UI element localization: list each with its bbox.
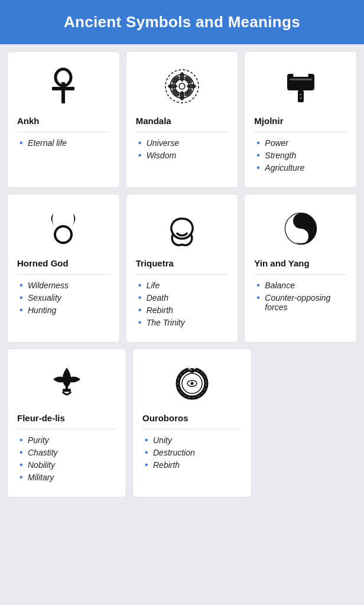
- card-ouroboros: Ouroboros Unity Destruction Rebirth: [132, 349, 252, 497]
- triquetra-icon: [161, 208, 203, 249]
- mandala-icon: [161, 66, 203, 107]
- horned-god-meaning-1: Sexuality: [17, 293, 110, 302]
- ankh-name: Ankh: [17, 116, 110, 126]
- fleur-de-lis-name: Fleur-de-lis: [17, 413, 116, 423]
- yin-yang-icon-container: [254, 205, 347, 252]
- triquetra-meaning-0: Life: [136, 281, 229, 290]
- svg-point-35: [190, 369, 191, 370]
- triquetra-meanings: Life Death Rebirth The Trinity: [136, 281, 229, 327]
- card-triquetra: Triquetra Life Death Rebirth The Trinity: [126, 194, 239, 343]
- svg-point-22: [55, 226, 72, 243]
- ouroboros-name: Ouroboros: [142, 413, 242, 423]
- horned-god-meaning-2: Hunting: [17, 305, 110, 315]
- svg-rect-17: [298, 90, 304, 102]
- svg-rect-28: [66, 386, 68, 391]
- triquetra-icon-container: [136, 205, 229, 252]
- svg-point-7: [180, 72, 184, 82]
- mjolnir-meanings: Power Strength Agriculture: [254, 138, 347, 173]
- symbol-grid: Ankh Eternal life: [0, 44, 364, 505]
- triquetra-meaning-3: The Trinity: [136, 318, 229, 327]
- triquetra-meaning-2: Rebirth: [136, 305, 229, 315]
- grid-row-1: Ankh Eternal life: [7, 51, 357, 188]
- mandala-meaning-1: Wisdom: [136, 151, 229, 160]
- horned-god-icon-container: [17, 205, 110, 252]
- fleur-de-lis-icon-container: [17, 360, 116, 407]
- card-yin-yang: Yin and Yang Balance Counter-opposing fo…: [244, 194, 357, 343]
- yin-yang-icon: [280, 208, 321, 249]
- svg-rect-21: [300, 97, 302, 99]
- card-mjolnir: Mjolnir Power Strength Agriculture: [244, 51, 357, 188]
- card-mandala: Mandala Universe Wisdom: [126, 51, 239, 188]
- horned-god-meanings: Wilderness Sexuality Hunting: [17, 281, 110, 315]
- yin-yang-name: Yin and Yang: [254, 258, 347, 268]
- svg-rect-18: [293, 74, 308, 77]
- svg-point-4: [179, 83, 185, 89]
- svg-point-25: [298, 219, 303, 223]
- ankh-icon-container: [17, 63, 110, 110]
- svg-rect-19: [290, 79, 312, 80]
- card-ankh: Ankh Eternal life: [7, 51, 120, 188]
- mandala-meanings: Universe Wisdom: [136, 138, 229, 160]
- mjolnir-meaning-1: Strength: [254, 151, 347, 160]
- mjolnir-meaning-0: Power: [254, 138, 347, 148]
- fleur-de-lis-meaning-1: Chastity: [17, 448, 116, 457]
- ouroboros-icon-container: [142, 360, 242, 407]
- mjolnir-name: Mjolnir: [254, 116, 347, 126]
- mandala-meaning-0: Universe: [136, 138, 229, 148]
- mandala-icon-container: [136, 63, 229, 110]
- mandala-name: Mandala: [136, 116, 229, 126]
- svg-rect-20: [300, 94, 302, 95]
- fleur-de-lis-meaning-2: Nobility: [17, 460, 116, 470]
- fleur-de-lis-icon: [46, 363, 87, 404]
- ouroboros-meaning-0: Unity: [142, 435, 242, 445]
- ankh-meaning-0: Eternal life: [17, 138, 110, 148]
- triquetra-meaning-1: Death: [136, 293, 229, 302]
- page-title: Ancient Symbols and Meanings: [9, 13, 355, 31]
- card-horned-god: Horned God Wilderness Sexuality Hunting: [7, 194, 120, 343]
- svg-point-9: [168, 84, 177, 89]
- horned-god-name: Horned God: [17, 258, 110, 268]
- ouroboros-meaning-2: Rebirth: [142, 460, 242, 470]
- svg-point-34: [189, 368, 195, 373]
- svg-point-10: [187, 84, 196, 89]
- svg-rect-1: [52, 87, 74, 90]
- ouroboros-meaning-1: Destruction: [142, 448, 242, 457]
- horned-god-icon: [43, 208, 84, 249]
- ankh-meanings: Eternal life: [17, 138, 110, 148]
- ouroboros-icon: [171, 363, 213, 404]
- yin-yang-meanings: Balance Counter-opposing forces: [254, 281, 347, 312]
- svg-point-26: [298, 234, 303, 239]
- card-fleur-de-lis: Fleur-de-lis Purity Chastity Nobility Mi…: [7, 349, 126, 497]
- fleur-de-lis-meaning-0: Purity: [17, 435, 116, 445]
- svg-point-3: [60, 73, 67, 82]
- mjolnir-icon-container: [254, 63, 347, 110]
- app-container: Ancient Symbols and Meanings: [0, 0, 364, 505]
- mjolnir-icon: [280, 66, 321, 107]
- grid-row-3: Fleur-de-lis Purity Chastity Nobility Mi…: [7, 349, 357, 497]
- horned-god-meaning-0: Wilderness: [17, 281, 110, 290]
- triquetra-name: Triquetra: [136, 258, 229, 268]
- fleur-de-lis-meanings: Purity Chastity Nobility Military: [17, 435, 116, 482]
- mjolnir-meaning-2: Agriculture: [254, 163, 347, 173]
- ouroboros-meanings: Unity Destruction Rebirth: [142, 435, 242, 470]
- yin-yang-meaning-1: Counter-opposing forces: [254, 293, 347, 312]
- empty-slot: [258, 349, 357, 497]
- svg-point-8: [180, 91, 184, 100]
- grid-row-2: Horned God Wilderness Sexuality Hunting: [7, 194, 357, 343]
- svg-point-32: [191, 382, 194, 385]
- page-header: Ancient Symbols and Meanings: [0, 0, 364, 44]
- ankh-icon: [43, 66, 84, 107]
- yin-yang-meaning-0: Balance: [254, 281, 347, 290]
- fleur-de-lis-meaning-3: Military: [17, 473, 116, 482]
